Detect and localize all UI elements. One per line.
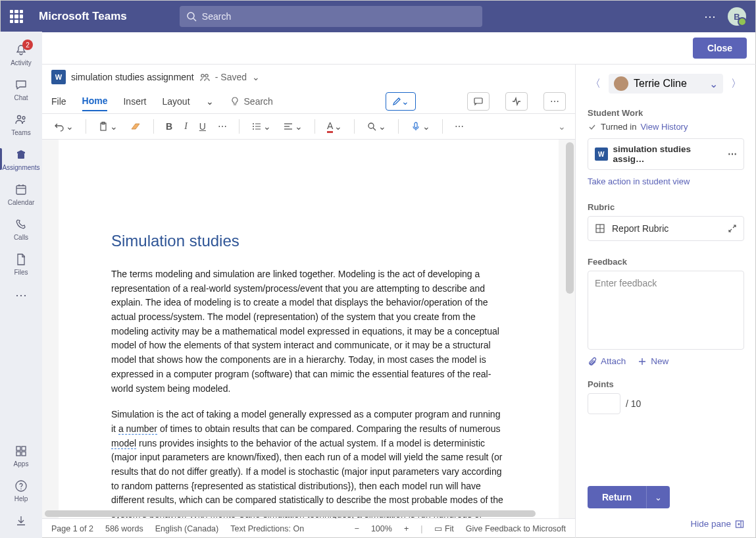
file-more-icon[interactable]: ⋯ [728, 149, 737, 159]
next-student-button[interactable]: 〉 [728, 74, 744, 94]
status-page[interactable]: Page 1 of 2 [51, 524, 93, 533]
global-search[interactable]: Search [180, 6, 482, 27]
paste-button[interactable]: ⌄ [95, 120, 120, 133]
bold-button[interactable]: B [163, 120, 175, 133]
status-lang[interactable]: English (Canada) [155, 524, 219, 533]
user-avatar[interactable]: B [728, 7, 746, 26]
view-history-link[interactable]: View History [640, 122, 688, 132]
dictate-button[interactable]: ⌄ [408, 120, 433, 133]
zoom-out-button[interactable]: − [355, 524, 359, 533]
tab-layout[interactable]: Layout [162, 92, 189, 111]
rail-apps[interactable]: Apps [0, 438, 42, 473]
hide-pane-button[interactable]: Hide pane [588, 519, 744, 529]
take-action-link[interactable]: Take action in student view [588, 176, 744, 186]
new-button[interactable]: New [638, 356, 668, 366]
ribbon-search[interactable]: Search [230, 96, 273, 107]
rubric-card[interactable]: Report Rubric [588, 216, 744, 241]
activity-badge: 2 [22, 40, 33, 50]
status-words[interactable]: 586 words [105, 524, 143, 533]
zoom-in-button[interactable]: + [404, 524, 409, 533]
rail-activity[interactable]: 2 Activity [0, 37, 42, 72]
svg-point-25 [253, 128, 254, 130]
settings-more-icon[interactable]: ⋯ [704, 9, 716, 24]
bullets-button[interactable]: ⌄ [249, 120, 274, 133]
rubric-grid-icon [595, 223, 605, 234]
feedback-actions: Attach New [588, 356, 744, 366]
tab-insert[interactable]: Insert [123, 92, 146, 111]
attached-file-card[interactable]: W simulation studies assig… ⋯ [588, 138, 744, 170]
points-header: Points [588, 379, 744, 389]
svg-rect-9 [16, 446, 20, 450]
rubric-header: Rubric [588, 202, 744, 212]
feedback-input[interactable] [588, 271, 744, 350]
rail-download[interactable] [0, 508, 42, 538]
bulb-icon [230, 96, 240, 107]
search-placeholder: Search [202, 11, 231, 22]
italic-button[interactable]: I [182, 120, 190, 133]
document-page: Simulation studies The terms modeling an… [59, 140, 559, 518]
toolbar-more-button[interactable]: ⋯ [452, 120, 466, 133]
download-icon [13, 513, 29, 529]
tab-file[interactable]: File [51, 92, 66, 111]
svg-point-23 [253, 126, 254, 127]
document-title: Simulation studies [111, 232, 506, 250]
svg-point-14 [20, 489, 22, 490]
find-button[interactable]: ⌄ [364, 120, 389, 133]
rail-more-icon[interactable]: ⋯ [15, 281, 27, 309]
word-icon: W [595, 148, 608, 161]
attach-button[interactable]: Attach [588, 356, 626, 366]
teams-icon [13, 112, 29, 128]
close-button[interactable]: Close [693, 38, 747, 59]
rail-calendar[interactable]: Calendar [0, 176, 42, 211]
svg-point-2 [18, 116, 21, 119]
app-launcher-icon[interactable] [10, 10, 23, 23]
clear-format-button[interactable] [127, 120, 144, 133]
top-bar: Microsoft Teams Search ⋯ B [1, 1, 755, 32]
bell-icon: 2 [13, 42, 29, 58]
document-canvas[interactable]: Simulation studies The terms modeling an… [42, 140, 575, 518]
tab-home[interactable]: Home [82, 92, 108, 111]
app-rail: 2 Activity Chat Teams Assignments Calend… [0, 32, 42, 538]
points-max: / 10 [626, 398, 641, 409]
rail-files[interactable]: Files [0, 246, 42, 281]
share-icon[interactable] [199, 72, 210, 82]
svg-point-0 [188, 13, 194, 19]
prev-student-button[interactable]: 〈 [588, 74, 603, 94]
student-nav: 〈 Terrie Cline ⌄ 〉 [588, 74, 744, 94]
horizontal-scrollbar[interactable] [45, 510, 536, 517]
svg-rect-12 [22, 452, 26, 456]
rail-help[interactable]: Help [0, 473, 42, 508]
vertical-scrollbar[interactable] [566, 142, 574, 294]
tabs-chevron-icon[interactable]: ⌄ [206, 92, 214, 111]
return-row: Return ⌄ [588, 486, 744, 508]
paperclip-icon [588, 357, 597, 366]
expand-icon [728, 224, 737, 233]
undo-button[interactable]: ⌄ [51, 120, 76, 133]
comments-button[interactable] [467, 92, 490, 111]
underline-button[interactable]: U [197, 120, 209, 133]
points-input[interactable] [588, 393, 620, 414]
ribbon-more-button[interactable]: ⋯ [543, 92, 566, 111]
rail-teams[interactable]: Teams [0, 107, 42, 142]
rail-calls[interactable]: Calls [0, 211, 42, 246]
return-button[interactable]: Return [588, 486, 646, 508]
give-feedback-link[interactable]: Give Feedback to Microsoft [466, 524, 566, 533]
rubric-name: Report Rubric [612, 223, 668, 234]
student-picker[interactable]: Terrie Cline ⌄ [609, 74, 723, 94]
file-icon [13, 252, 29, 267]
svg-point-16 [205, 74, 208, 77]
align-button[interactable]: ⌄ [280, 120, 305, 133]
collapse-ribbon-icon[interactable]: ⌄ [558, 121, 566, 132]
font-color-button[interactable]: A⌄ [324, 119, 345, 134]
chevron-down-icon[interactable]: ⌄ [252, 72, 260, 82]
editing-mode-button[interactable]: ⌄ [386, 92, 416, 111]
activity-pulse-button[interactable] [505, 92, 528, 111]
rail-chat[interactable]: Chat [0, 72, 42, 107]
return-chevron-button[interactable]: ⌄ [646, 486, 670, 508]
more-font-button[interactable]: ⋯ [215, 120, 230, 133]
fit-button[interactable]: ▭ Fit [434, 524, 453, 533]
points-row: / 10 [588, 393, 744, 414]
document-filename: simulation studies assignment [71, 72, 194, 82]
rail-assignments[interactable]: Assignments [0, 142, 42, 176]
status-predictions[interactable]: Text Predictions: On [230, 524, 304, 533]
